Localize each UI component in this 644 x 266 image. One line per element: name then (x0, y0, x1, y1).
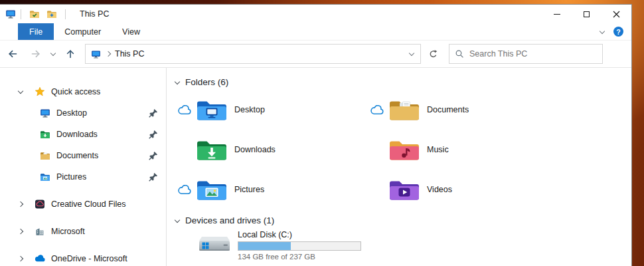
sidebar-item-label: Desktop (56, 108, 87, 118)
title-bar: This PC (0, 5, 631, 23)
up-button[interactable] (60, 41, 81, 67)
sidebar-item-label: Downloads (56, 130, 98, 139)
onedrive-status-cloud-icon (366, 105, 388, 115)
maximize-button[interactable] (572, 5, 602, 23)
sidebar-item-label: Creative Cloud Files (51, 200, 126, 209)
drives-list: Local Disk (C:) 134 GB free of 237 GB (173, 229, 631, 261)
ribbon-tab-view[interactable]: View (112, 23, 151, 40)
address-bar[interactable]: This PC (85, 44, 421, 64)
main-area: Quick access Desktop Downloads Documents… (0, 68, 631, 266)
drive-free-space: 134 GB free of 237 GB (238, 253, 361, 261)
sidebar-item-label: OneDrive - Microsoft (51, 254, 127, 263)
help-button[interactable]: ? (613, 27, 623, 37)
sidebar-item-label: Quick access (51, 87, 100, 96)
folder-icon (388, 97, 420, 122)
quick-access-properties-icon[interactable] (29, 9, 40, 19)
pin-icon[interactable] (149, 172, 158, 182)
window-title: This PC (80, 9, 109, 19)
recent-locations-dropdown[interactable] (46, 41, 60, 67)
pin-icon[interactable] (149, 151, 158, 160)
item-icon (40, 150, 50, 161)
sidebar-item-quick-access[interactable]: Quick access (0, 81, 166, 102)
toolbar-divider (65, 9, 66, 19)
folder-name: Music (427, 145, 449, 154)
content-pane: Folders (6) Desktop Downloads Pictures D… (167, 68, 631, 266)
sidebar-item-downloads[interactable]: Downloads (0, 124, 166, 145)
forward-button[interactable] (25, 41, 46, 67)
drives-section-header[interactable]: Devices and drives (1) (175, 215, 631, 225)
drive-tile-local-disk-c[interactable]: Local Disk (C:) 134 GB free of 237 GB (173, 229, 392, 261)
folder-tile-music[interactable]: Music (366, 130, 558, 170)
item-icon (35, 226, 45, 237)
minimize-icon (554, 14, 560, 15)
collapse-section-icon[interactable] (175, 78, 180, 84)
ribbon-tab-file[interactable]: File (18, 23, 54, 40)
drive-icon (196, 229, 233, 256)
sidebar-item-label: Pictures (56, 172, 86, 182)
window-controls (542, 5, 631, 23)
close-button[interactable] (602, 5, 631, 23)
folder-name: Pictures (234, 185, 264, 194)
breadcrumb-chevron-icon[interactable] (106, 51, 111, 57)
sidebar-item-label: Microsoft (51, 227, 85, 236)
minimize-button[interactable] (542, 5, 572, 23)
breadcrumb[interactable]: This PC (115, 49, 144, 59)
folder-name: Videos (427, 185, 452, 194)
disk-usage-fill (238, 242, 291, 250)
folder-tile-downloads[interactable]: Downloads (173, 130, 366, 170)
onedrive-status-cloud-icon (173, 145, 196, 155)
section-title: Folders (6) (185, 77, 228, 87)
item-icon (35, 86, 45, 97)
folders-section-header[interactable]: Folders (6) (175, 77, 631, 87)
onedrive-status-cloud-icon (366, 185, 388, 195)
item-icon (35, 199, 45, 209)
folder-name: Desktop (234, 105, 265, 114)
sidebar-item-microsoft[interactable]: Microsoft (0, 221, 166, 242)
collapse-section-icon[interactable] (175, 217, 180, 222)
folder-icon (388, 177, 420, 202)
sidebar-item-pictures[interactable]: Pictures (0, 166, 166, 188)
pin-icon[interactable] (149, 130, 158, 139)
folder-tile-pictures[interactable]: Pictures (173, 170, 366, 209)
item-icon (35, 253, 45, 264)
explorer-window: This PC FileComputerView ? This PC (0, 4, 632, 266)
expand-chevron-icon[interactable] (19, 202, 35, 206)
search-icon (455, 49, 464, 59)
sidebar-item-label: Documents (56, 151, 98, 160)
expand-ribbon-icon[interactable] (600, 28, 605, 33)
folder-icon (196, 97, 228, 122)
maximize-icon (584, 11, 590, 17)
search-input[interactable] (469, 49, 597, 59)
ribbon-tab-bar: FileComputerView ? (0, 23, 631, 41)
drive-info: Local Disk (C:) 134 GB free of 237 GB (238, 229, 361, 261)
navigation-bar: This PC (0, 41, 631, 68)
folder-tile-desktop[interactable]: Desktop (173, 90, 366, 130)
toolbar-divider (21, 9, 21, 19)
quick-access-new-folder-icon[interactable] (46, 9, 57, 19)
this-pc-icon (91, 49, 101, 59)
sidebar-item-onedrive-microsoft[interactable]: OneDrive - Microsoft (0, 248, 166, 266)
pin-icon[interactable] (149, 108, 158, 118)
onedrive-status-cloud-icon (173, 105, 196, 115)
folder-icon (196, 137, 228, 162)
folder-tile-videos[interactable]: Videos (366, 170, 558, 209)
item-icon (40, 172, 50, 182)
folder-name: Documents (427, 105, 469, 114)
back-button[interactable] (0, 41, 25, 67)
expand-chevron-icon[interactable] (19, 90, 35, 93)
folder-tile-documents[interactable]: Documents (366, 90, 558, 130)
folder-icon (196, 177, 228, 202)
navigation-pane: Quick access Desktop Downloads Documents… (0, 68, 167, 266)
ribbon-tab-computer[interactable]: Computer (54, 23, 112, 40)
refresh-button[interactable] (421, 44, 445, 64)
expand-chevron-icon[interactable] (19, 257, 35, 261)
onedrive-status-cloud-icon (366, 145, 388, 155)
address-dropdown-button[interactable] (403, 45, 420, 63)
sidebar-item-desktop[interactable]: Desktop (0, 102, 166, 124)
expand-chevron-icon[interactable] (19, 229, 35, 233)
item-icon (40, 129, 50, 140)
sidebar-item-documents[interactable]: Documents (0, 145, 166, 166)
sidebar-item-creative-cloud-files[interactable]: Creative Cloud Files (0, 194, 166, 215)
search-box[interactable] (449, 44, 603, 64)
this-pc-icon (5, 9, 16, 19)
